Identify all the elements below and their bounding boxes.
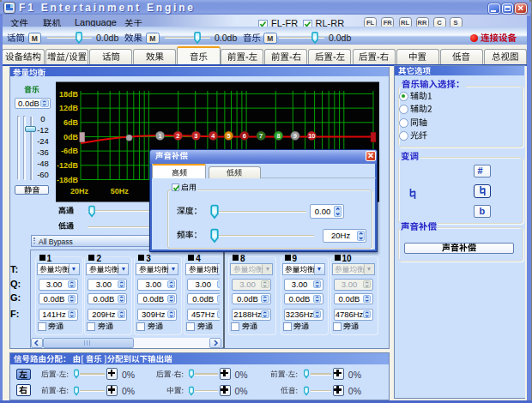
- svg-text:9: 9: [293, 132, 297, 140]
- svg-text:5: 5: [227, 132, 230, 140]
- svg-text:8: 8: [276, 132, 280, 140]
- svg-text:7: 7: [259, 132, 263, 140]
- svg-text:6: 6: [243, 132, 246, 140]
- svg-text:10: 10: [308, 132, 315, 140]
